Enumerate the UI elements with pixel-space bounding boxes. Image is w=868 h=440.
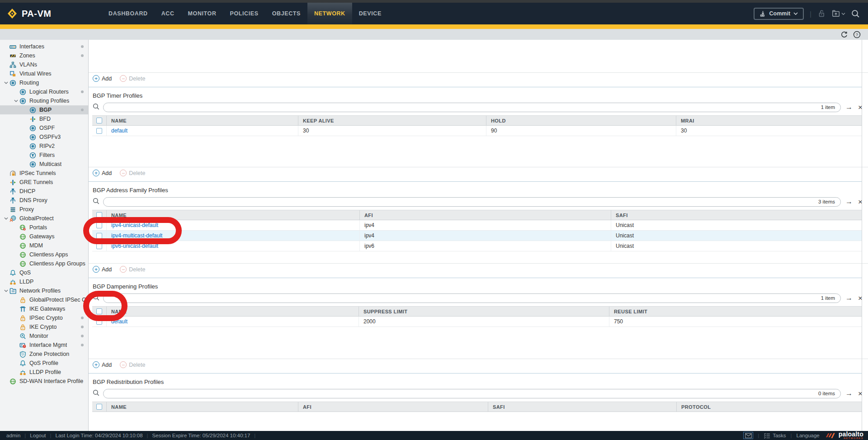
apply-filter-arrow-icon[interactable]: → [844,294,854,302]
expand-caret-icon[interactable] [3,289,9,293]
tab-objects[interactable]: OBJECTS [265,3,307,24]
column-header-name[interactable]: NAME [107,307,359,316]
sidebar-item-monitor[interactable]: Monitor [0,331,88,341]
sidebar-item-filters[interactable]: Filters [0,151,88,160]
delete-button[interactable]: − Delete [120,75,145,82]
logout-link[interactable]: Logout [30,433,46,438]
row-checkbox[interactable] [96,233,102,239]
sidebar-item-logical-routers[interactable]: Logical Routers [0,87,88,96]
column-header-name[interactable]: NAME [107,210,360,220]
sidebar-item-ripv2[interactable]: RIPv2 [0,142,88,151]
sidebar-item-routing-profiles[interactable]: Routing Profiles [0,96,88,105]
column-header-reuse-limit[interactable]: REUSE LIMIT [609,307,862,316]
column-header-protocol[interactable]: PROTOCOL [677,402,862,412]
sidebar-item-proxy[interactable]: Proxy [0,205,88,214]
sidebar-item-vlans[interactable]: VLANs [0,60,88,69]
tab-network[interactable]: NETWORK [307,3,352,24]
sidebar-item-dns-proxy[interactable]: DNS Proxy [0,196,88,205]
clear-filter-icon[interactable]: × [857,390,863,397]
config-save-icon[interactable] [831,9,840,18]
clear-filter-icon[interactable]: × [857,294,863,302]
help-icon[interactable]: ? [853,31,861,38]
row-name-link[interactable]: ipv4-unicast-default [107,220,360,230]
sidebar-item-routing[interactable]: Routing [0,78,88,87]
sidebar-item-dhcp[interactable]: DHCP [0,187,88,196]
sidebar-item-clientless-app-groups[interactable]: Clientless App Groups [0,259,88,268]
sidebar-item-bgp[interactable]: BGP [0,105,88,114]
column-header-afi[interactable]: AFI [298,402,488,412]
tasks-button[interactable]: Tasks [764,432,786,439]
tab-device[interactable]: DEVICE [352,3,388,24]
row-checkbox[interactable] [96,222,102,228]
row-name-link[interactable]: default [107,126,298,136]
commit-button[interactable]: Commit [754,8,804,20]
column-header-mrai[interactable]: MRAI [676,116,862,125]
column-header-name[interactable]: NAME [107,402,298,412]
unlock-icon[interactable] [817,9,826,18]
scroll-track[interactable] [862,40,862,431]
row-name-link[interactable]: default [107,317,359,326]
sidebar-item-portals[interactable]: Portals [0,223,88,232]
column-header-hold[interactable]: HOLD [486,116,676,125]
apply-filter-arrow-icon[interactable]: → [844,390,854,397]
sidebar-item-interface-mgmt[interactable]: Interface Mgmt [0,341,88,350]
tab-monitor[interactable]: MONITOR [181,3,223,24]
row-checkbox[interactable] [96,319,102,325]
sidebar-item-interfaces[interactable]: Interfaces [0,42,88,51]
apply-filter-arrow-icon[interactable]: → [844,198,854,205]
tab-dashboard[interactable]: DASHBOARD [102,3,155,24]
column-header-afi[interactable]: AFI [360,210,611,220]
add-button[interactable]: + Add [93,75,112,82]
language-button[interactable]: Language [797,433,820,438]
sidebar-item-clientless-apps[interactable]: Clientless Apps [0,250,88,259]
delete-button[interactable]: −Delete [120,266,145,273]
sidebar-item-multicast[interactable]: Multicast [0,160,88,169]
sidebar-item-zones[interactable]: Zones [0,51,88,60]
clear-filter-icon[interactable]: × [857,198,863,206]
apply-filter-arrow-icon[interactable]: → [844,104,854,111]
refresh-icon[interactable] [840,31,848,38]
row-name-link[interactable]: ipv6-unicast-default [107,241,360,251]
sidebar-item-qos[interactable]: QoS [0,268,88,277]
sidebar-item-ipsec-crypto[interactable]: IPSec Crypto [0,313,88,322]
expand-caret-icon[interactable] [3,80,9,85]
column-header-name[interactable]: NAME [107,116,298,125]
sidebar-item-qos-profile[interactable]: QoS Profile [0,359,88,368]
sidebar-item-gateways[interactable]: Gateways [0,232,88,241]
sidebar-item-bfd[interactable]: BFD [0,114,88,123]
sidebar-item-ike-crypto[interactable]: IKE Crypto [0,322,88,331]
delete-button[interactable]: −Delete [120,361,145,368]
bgp-timer-profiles-search-input[interactable] [104,103,840,112]
tab-policies[interactable]: POLICIES [223,3,265,24]
column-header-suppress-limit[interactable]: SUPPRESS LIMIT [359,307,609,316]
select-all-checkbox[interactable] [96,404,102,410]
row-checkbox[interactable] [96,128,102,134]
sidebar-item-gre-tunnels[interactable]: GRE Tunnels [0,178,88,187]
row-checkbox[interactable] [96,243,102,249]
row-name-link[interactable]: ipv4-multicast-default [107,231,360,241]
messages-button[interactable] [743,432,753,439]
search-icon[interactable] [851,9,860,18]
column-header-safi[interactable]: SAFI [611,210,862,220]
sidebar-item-lldp-profile[interactable]: LLDP Profile [0,368,88,377]
add-button[interactable]: +Add [93,266,112,273]
sidebar-item-network-profiles[interactable]: Network Profiles [0,286,88,295]
sidebar-item-lldp[interactable]: LLDP [0,277,88,286]
expand-caret-icon[interactable] [13,99,19,103]
sidebar-item-mdm[interactable]: MDM [0,241,88,250]
column-header-safi[interactable]: SAFI [488,402,677,412]
sidebar-item-virtual-wires[interactable]: Virtual Wires [0,69,88,78]
add-button[interactable]: +Add [93,361,112,368]
clear-filter-icon[interactable]: × [857,104,863,111]
sidebar-item-sd-wan-interface-profile[interactable]: SD-WAN Interface Profile [0,377,88,386]
select-all-checkbox[interactable] [96,308,102,314]
sidebar-item-ospf[interactable]: OSPF [0,123,88,132]
sidebar-item-ipsec-tunnels[interactable]: IPSec Tunnels [0,169,88,178]
sidebar-item-globalprotect[interactable]: GlobalProtect [0,214,88,223]
expand-caret-icon[interactable] [3,216,9,221]
add-button[interactable]: +Add [93,170,112,176]
select-all-checkbox[interactable] [96,212,102,218]
bgp-redistribution-profiles-search-input[interactable] [104,389,840,398]
bgp-address-family-profiles-search-input[interactable] [104,198,840,206]
sidebar-item-ospfv3[interactable]: OSPFv3 [0,132,88,142]
